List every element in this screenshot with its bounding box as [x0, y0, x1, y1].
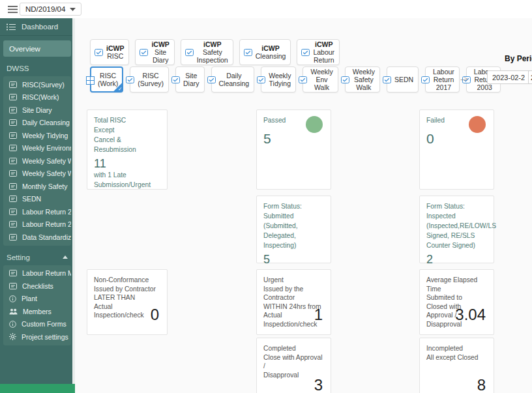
- icwp-name: Safety Inspection: [197, 48, 228, 64]
- tab-risc-work[interactable]: RISC (Work) ✓: [90, 66, 123, 93]
- sidebar-item-label: Checklists: [22, 282, 53, 290]
- icwp-risc-button[interactable]: iCWPRISC: [90, 39, 129, 65]
- tab-weekly-env-walk[interactable]: Weekly Env Walk: [303, 66, 338, 93]
- tab-labour-return-2017[interactable]: Labour Return 2017: [425, 66, 460, 93]
- card-urgent: Urgent Issued by the Contractor WITHIN 2…: [256, 269, 331, 335]
- sidebar-item-daily-cleansing[interactable]: Daily Cleansing: [3, 117, 71, 130]
- tab-risc-survey[interactable]: RISC (Survey): [130, 66, 169, 93]
- sidebar-item-data-standardization[interactable]: Data Standardizati...: [3, 231, 71, 244]
- hamburger-menu-icon[interactable]: [8, 6, 18, 13]
- icwp-labour-return-button[interactable]: iCWPLabour Return: [297, 39, 340, 65]
- sidebar-footer-bar: [0, 384, 75, 393]
- sidebar-item-label: Custom Forms: [22, 320, 66, 328]
- form-icon: [9, 234, 17, 240]
- card-form-status-submitted: Form Status: Submitted (Submitted, Deleg…: [256, 196, 331, 263]
- form-icon: [9, 270, 17, 276]
- sidebar-item-project-settings[interactable]: Project settings: [3, 330, 71, 343]
- sidebar-item-risc-work[interactable]: RISC(Work): [3, 91, 71, 104]
- tab-label: Weekly Env Walk: [310, 68, 332, 91]
- sidebar-item-monthly-safety[interactable]: Monthly Safety: [3, 180, 71, 193]
- sidebar-item-weekly-tidying[interactable]: Weekly Tidying: [3, 129, 71, 142]
- chevron-down-icon: [70, 8, 76, 11]
- sidebar-item-label: Labour Return 20...: [22, 208, 71, 216]
- sidebar-item-weekly-environmental[interactable]: Weekly Environm...: [3, 142, 71, 155]
- sidebar-header-label: Dashboard: [22, 23, 58, 31]
- card-total-risc-footer: with 1 Late Submission/Urgent: [94, 171, 160, 190]
- icwp-cleansing-button[interactable]: iCWPCleansing: [239, 39, 291, 65]
- card-form-inspected-value: 2: [426, 253, 487, 267]
- project-selector[interactable]: ND/2019/04: [20, 3, 81, 16]
- sidebar-item-sedn[interactable]: SEDN: [3, 193, 71, 206]
- form-type-button-row: RISC (Work) ✓ RISC (Survey) Site Diary D…: [90, 66, 501, 93]
- sidebar-item-custom-forms[interactable]: Custom Forms: [3, 318, 71, 331]
- sidebar-item-labour-return-master[interactable]: Labour Return M...: [3, 267, 71, 280]
- inbox-check-icon: [421, 76, 430, 83]
- sidebar-item-members[interactable]: Members: [3, 305, 71, 318]
- sidebar-section-dwss-label: DWSS: [7, 65, 29, 72]
- sidebar-item-label: Weekly Environm...: [22, 144, 71, 152]
- sidebar-setting-panel: Labour Return M... Checklists Plant Memb…: [3, 265, 71, 345]
- sidebar-item-label: Site Diary: [22, 106, 52, 114]
- inbox-check-icon: [126, 76, 134, 83]
- form-icon: [9, 119, 17, 126]
- card-completed-text: Completed Close with Approval / Disappro…: [263, 344, 324, 379]
- icwp-label: iCWP: [197, 40, 228, 48]
- info-icon: [9, 321, 16, 328]
- period-end-date-input[interactable]: [528, 70, 532, 84]
- inbox-check-icon: [383, 76, 391, 83]
- card-total-risc: Total RISC Except Cancel & Resubmission …: [87, 109, 168, 190]
- sidebar-item-plant[interactable]: Plant: [3, 293, 71, 306]
- failed-status-dot: [469, 116, 486, 133]
- tab-label: SEDN: [394, 76, 413, 83]
- tab-label: Weekly Tidying: [269, 72, 291, 87]
- card-form-submitted-value: 5: [263, 253, 324, 267]
- tab-weekly-tidying[interactable]: Weekly Tidying: [261, 66, 296, 93]
- project-selector-value: ND/2019/04: [25, 5, 65, 13]
- app-window: ND/2019/04 Dashboard Overview DWSS RISC(…: [0, 0, 532, 393]
- period-start-date-input[interactable]: [487, 70, 530, 84]
- sidebar-item-label: Project settings: [22, 333, 68, 341]
- sidebar-item-weekly-safety-1[interactable]: Weekly Safety W...: [3, 154, 71, 167]
- inbox-check-icon: [95, 49, 103, 56]
- sidebar-item-label: Daily Cleansing: [22, 119, 70, 126]
- sidebar-item-site-diary[interactable]: Site Diary: [3, 104, 71, 117]
- sidebar-item-labour-return-2[interactable]: Labour Return 20...: [3, 218, 71, 231]
- sidebar-overview-label: Overview: [9, 45, 40, 53]
- sidebar-item-label: Labour Return 20...: [22, 220, 71, 228]
- form-icon: [9, 81, 17, 88]
- icwp-name: Labour Return: [313, 48, 334, 64]
- sidebar-item-label: Data Standardizati...: [22, 233, 71, 241]
- tab-sedn[interactable]: SEDN: [387, 66, 419, 93]
- form-icon: [9, 209, 17, 215]
- sidebar-item-overview[interactable]: Overview: [3, 40, 71, 57]
- card-incompleted-text: Incompleted All except Closed: [426, 344, 487, 362]
- sidebar-item-risc-survey[interactable]: RISC(Survey): [3, 78, 71, 91]
- tab-label: RISC (Work): [98, 72, 118, 87]
- icwp-site-diary-button[interactable]: iCWPSite Diary: [135, 39, 174, 65]
- tab-site-diary[interactable]: Site Diary: [175, 66, 205, 93]
- tab-daily-cleansing[interactable]: Daily Cleansing: [211, 66, 255, 93]
- sidebar-item-weekly-safety-2[interactable]: Weekly Safety W...: [3, 167, 71, 181]
- icwp-name: Site Diary: [151, 48, 169, 64]
- form-icon: [9, 145, 17, 151]
- sidebar-item-label: Members: [23, 308, 52, 315]
- inbox-check-icon: [171, 76, 180, 83]
- card-passed-value: 5: [263, 131, 324, 147]
- tab-label: Labour Return 2017: [433, 68, 454, 91]
- top-bar: ND/2019/04: [0, 0, 532, 18]
- inbox-check-icon: [185, 49, 194, 56]
- sidebar-section-setting[interactable]: Setting: [0, 252, 75, 263]
- inbox-check-icon: [257, 76, 265, 83]
- sidebar-header-dashboard[interactable]: Dashboard: [0, 18, 75, 36]
- form-icon: [9, 283, 17, 289]
- card-urgent-value: 1: [314, 306, 323, 324]
- card-completed-value: 3: [314, 376, 323, 393]
- card-non-conformance: Non-Conformance Issued by Contractor LAT…: [87, 269, 168, 335]
- tab-weekly-safety-walk[interactable]: Weekly Safety Walk: [345, 66, 380, 93]
- icwp-safety-inspection-button[interactable]: iCWPSafety Inspection: [181, 39, 233, 65]
- form-icon: [9, 196, 17, 202]
- sidebar: Dashboard Overview DWSS RISC(Survey) RIS…: [0, 18, 75, 393]
- sidebar-item-labour-return-1[interactable]: Labour Return 20...: [3, 205, 71, 218]
- card-total-risc-value: 11: [94, 157, 160, 171]
- sidebar-item-checklists[interactable]: Checklists: [3, 280, 71, 293]
